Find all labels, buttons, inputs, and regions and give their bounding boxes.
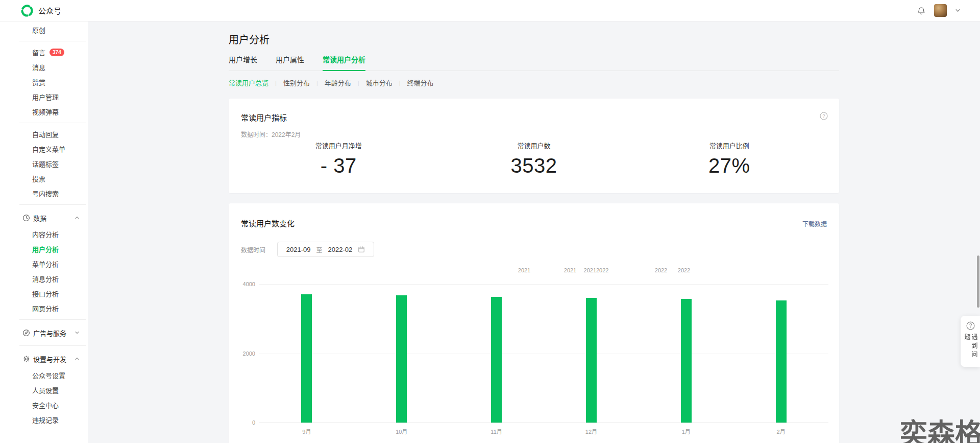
metric-value: 27%: [631, 154, 827, 177]
year-axis-label: 2021: [518, 267, 530, 273]
account-chevron-down-icon[interactable]: [955, 8, 961, 13]
x-axis-tick: 2月: [777, 427, 786, 435]
date-range-picker[interactable]: 2021-09 至 2022-02: [277, 242, 374, 257]
sidebar-item-api-analysis[interactable]: 接口分析: [0, 286, 88, 301]
sidebar-item-polls[interactable]: 投票: [0, 171, 88, 186]
tab-user-attributes[interactable]: 用户属性: [276, 54, 304, 71]
date-to-value[interactable]: 2022-02: [328, 246, 353, 253]
chevron-up-icon[interactable]: [75, 356, 80, 361]
page-title: 用户分析: [229, 32, 839, 46]
date-filter-label: 数据时间: [241, 245, 265, 254]
sidebar-item-messages[interactable]: 消息: [0, 60, 88, 75]
svg-text:?: ?: [822, 113, 825, 119]
subtab-separator: |: [399, 80, 401, 86]
chart-bar[interactable]: [776, 300, 787, 423]
sidebar-item-rewards[interactable]: 赞赏: [0, 75, 88, 89]
sidebar-item-topic-tags[interactable]: 话题标签: [0, 156, 88, 171]
sidebar-item-auto-reply[interactable]: 自动回复: [0, 127, 88, 142]
sidebar-item-menu-analysis[interactable]: 菜单分析: [0, 257, 88, 271]
clock-icon: [22, 214, 30, 222]
sidebar-item-label: 原创: [32, 25, 45, 35]
gridline-4000: [259, 284, 828, 285]
chart-bar[interactable]: [681, 299, 692, 423]
metric-block: 常读用户数3532: [436, 141, 632, 177]
metric-block: 常读用户月净增- 37: [241, 141, 436, 177]
sidebar-divider: [19, 345, 86, 346]
sidebar-item-label: 公众号设置: [32, 370, 65, 380]
date-from-value[interactable]: 2021-09: [286, 246, 311, 253]
subtab-separator: |: [358, 80, 359, 86]
sidebar-section-data[interactable]: 数据: [0, 208, 88, 227]
sidebar-item-label: 自定义菜单: [32, 144, 65, 154]
tab-bar: 用户增长用户属性常读用户分析: [229, 54, 839, 71]
sidebar-item-web-analysis[interactable]: 网页分析: [0, 301, 88, 316]
sidebar-item-video-danmu[interactable]: 视频弹幕: [0, 104, 88, 119]
subtab-city-distribution[interactable]: 城市分布: [366, 78, 393, 87]
sidebar-item-account-search[interactable]: 号内搜索: [0, 186, 88, 201]
sidebar-section-settings-dev[interactable]: 设置与开发: [0, 349, 88, 368]
sidebar-item-label: 投票: [32, 174, 45, 183]
sidebar-divider: [19, 319, 86, 320]
x-axis-tick: 1月: [682, 427, 691, 435]
subtab-regular-reader-overview[interactable]: 常读用户总览: [229, 78, 268, 87]
subtab-gender-distribution[interactable]: 性别分布: [283, 78, 310, 87]
calendar-icon: [358, 246, 365, 253]
sidebar-section-ads-services[interactable]: 广告与服务: [0, 323, 88, 342]
sidebar-item-label: 网页分析: [32, 304, 59, 313]
chevron-down-icon[interactable]: [75, 330, 80, 335]
date-filter-row: 数据时间 2021-09 至 2022-02: [241, 242, 374, 257]
app-title: 公众号: [38, 5, 61, 16]
chart-bar[interactable]: [491, 297, 502, 423]
sidebar-item-original[interactable]: 原创: [0, 22, 88, 37]
sidebar-item-user-analysis[interactable]: 用户分析: [0, 242, 88, 257]
subtab-age-distribution[interactable]: 年龄分布: [325, 78, 351, 87]
regular-reader-metrics-card: 常读用户指标 ? 数据时间：2022年2月 常读用户月净增- 37常读用户数35…: [229, 99, 839, 193]
sidebar-item-label: 话题标签: [32, 159, 59, 169]
sidebar-item-comments[interactable]: 留言374: [0, 45, 88, 60]
unread-count-badge: 374: [50, 49, 64, 56]
chart-card-title: 常读用户数变化: [241, 218, 295, 228]
notification-bell-icon[interactable]: [917, 6, 926, 15]
y-axis-tick: 4000: [243, 281, 255, 287]
wechat-official-account-logo-icon: [20, 4, 34, 17]
chart-bar[interactable]: [396, 295, 407, 423]
chart-bar[interactable]: [301, 294, 312, 423]
sidebar-item-security-center[interactable]: 安全中心: [0, 398, 88, 412]
sidebar-item-label: 消息分析: [32, 274, 59, 284]
chevron-up-icon[interactable]: [75, 215, 80, 220]
main-area: 用户分析 用户增长用户属性常读用户分析 常读用户总览|性别分布|年龄分布|城市分…: [88, 21, 980, 443]
sidebar-item-violation-records[interactable]: 违规记录: [0, 412, 88, 427]
page-scrollbar-thumb[interactable]: [977, 255, 979, 308]
question-circle-icon[interactable]: ?: [820, 112, 828, 120]
gridline-2000: [259, 354, 828, 354]
sidebar-item-message-analysis[interactable]: 消息分析: [0, 271, 88, 286]
gridline-0: [259, 423, 828, 423]
bar-chart-plot: 4000200009月10月11月12月1月2月: [259, 284, 828, 423]
tab-user-growth[interactable]: 用户增长: [229, 54, 257, 71]
help-floating-button[interactable]: ? 遇到问题: [961, 316, 980, 367]
metric-label: 常读用户月净增: [241, 141, 436, 150]
metrics-row: 常读用户月净增- 37常读用户数3532常读用户比例27%: [241, 141, 827, 177]
top-header: 公众号: [0, 0, 980, 21]
sidebar-item-content-analysis[interactable]: 内容分析: [0, 227, 88, 242]
sidebar-item-custom-menu[interactable]: 自定义菜单: [0, 142, 88, 156]
sidebar-item-label: 用户分析: [32, 244, 59, 254]
gear-icon: [22, 355, 30, 363]
chart-bar[interactable]: [586, 298, 597, 423]
sidebar-item-staff-settings[interactable]: 人员设置: [0, 383, 88, 398]
subtab-device-distribution[interactable]: 终端分布: [407, 78, 434, 87]
subtab-separator: |: [275, 80, 277, 86]
download-data-link[interactable]: 下载数据: [802, 219, 827, 228]
sidebar-divider: [19, 41, 86, 41]
sidebar-item-account-settings[interactable]: 公众号设置: [0, 368, 88, 383]
metric-value: 3532: [436, 154, 632, 177]
sidebar-divider: [19, 204, 86, 205]
sidebar-item-label: 留言: [32, 48, 45, 57]
sidebar-item-user-management[interactable]: 用户管理: [0, 89, 88, 104]
sidebar-section-label: 数据: [33, 213, 46, 223]
sidebar-item-label: 接口分析: [32, 289, 59, 298]
y-axis-tick: 2000: [243, 351, 255, 357]
subtab-bar: 常读用户总览|性别分布|年龄分布|城市分布|终端分布: [229, 78, 839, 87]
user-avatar[interactable]: [934, 4, 947, 17]
tab-regular-reader-analysis[interactable]: 常读用户分析: [323, 54, 365, 71]
